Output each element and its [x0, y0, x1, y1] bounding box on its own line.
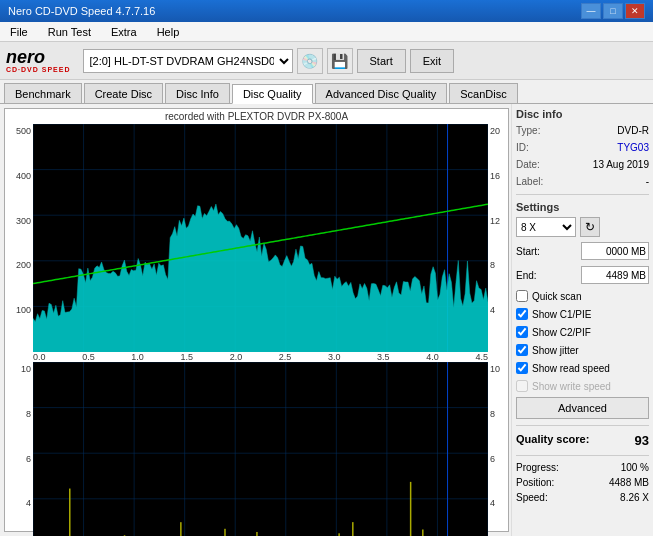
menu-help[interactable]: Help — [151, 24, 186, 40]
tab-scandisc[interactable]: ScanDisc — [449, 83, 517, 103]
end-mb-row: End: — [516, 265, 649, 285]
speed-result-value: 8.26 X — [620, 492, 649, 503]
position-value: 4488 MB — [609, 477, 649, 488]
maximize-button[interactable]: □ — [603, 3, 623, 19]
show-c2pif-checkbox[interactable] — [516, 326, 528, 338]
disc-id-key: ID: — [516, 142, 529, 153]
nero-logo-text: nero — [6, 48, 45, 66]
position-label: Position: — [516, 477, 554, 488]
show-c2pif-label: Show C2/PIF — [532, 327, 591, 338]
drive-select[interactable]: [2:0] HL-DT-ST DVDRAM GH24NSD0 LH00 — [83, 49, 293, 73]
start-button[interactable]: Start — [357, 49, 406, 73]
quick-scan-row: Quick scan — [516, 289, 649, 303]
disc-label-key: Label: — [516, 176, 543, 187]
show-c1pie-row: Show C1/PIE — [516, 307, 649, 321]
toolbar: nero CD·DVD SPEED [2:0] HL-DT-ST DVDRAM … — [0, 42, 653, 80]
titlebar-controls: — □ ✕ — [581, 3, 645, 19]
show-c1pie-label: Show C1/PIE — [532, 309, 591, 320]
show-c1pie-checkbox[interactable] — [516, 308, 528, 320]
disc-label-val: - — [646, 176, 649, 187]
show-read-speed-row: Show read speed — [516, 361, 649, 375]
cdspeed-logo-text: CD·DVD SPEED — [6, 66, 71, 73]
progress-value: 100 % — [621, 462, 649, 473]
bottom-chart-canvas — [33, 362, 488, 536]
tab-create-disc[interactable]: Create Disc — [84, 83, 163, 103]
right-panel: Disc info Type: DVD-R ID: TYG03 Date: 13… — [511, 104, 653, 536]
y-label-500: 500 — [5, 126, 31, 136]
exit-button[interactable]: Exit — [410, 49, 454, 73]
y-label-300: 300 — [5, 216, 31, 226]
disc-info-label: Disc info — [516, 108, 649, 120]
show-jitter-checkbox[interactable] — [516, 344, 528, 356]
refresh-button[interactable]: ↻ — [580, 217, 600, 237]
disc-icon-button[interactable]: 💿 — [297, 48, 323, 74]
settings-label: Settings — [516, 201, 649, 213]
show-read-speed-label: Show read speed — [532, 363, 610, 374]
titlebar-title: Nero CD-DVD Speed 4.7.7.16 — [8, 5, 155, 17]
disc-type-row: Type: DVD-R — [516, 124, 649, 137]
show-read-speed-checkbox[interactable] — [516, 362, 528, 374]
start-mb-row: Start: — [516, 241, 649, 261]
end-mb-input[interactable] — [581, 266, 649, 284]
progress-row: Progress: 100 % — [516, 462, 649, 473]
speed-select[interactable]: 8 X — [516, 217, 576, 237]
disc-date-row: Date: 13 Aug 2019 — [516, 158, 649, 171]
y-right-12: 12 — [490, 216, 508, 226]
divider-1 — [516, 194, 649, 195]
quick-scan-label: Quick scan — [532, 291, 581, 302]
main-content: recorded with PLEXTOR DVDR PX-800A 500 4… — [0, 104, 653, 536]
show-write-speed-row: Show write speed — [516, 379, 649, 393]
start-mb-input[interactable] — [581, 242, 649, 260]
show-write-speed-checkbox[interactable] — [516, 380, 528, 392]
menu-run-test[interactable]: Run Test — [42, 24, 97, 40]
top-chart-canvas — [33, 124, 488, 352]
close-button[interactable]: ✕ — [625, 3, 645, 19]
chart-title: recorded with PLEXTOR DVDR PX-800A — [5, 109, 508, 124]
menubar: File Run Test Extra Help — [0, 22, 653, 42]
disc-type-val: DVD-R — [617, 125, 649, 136]
speed-result-row: Speed: 8.26 X — [516, 492, 649, 503]
speed-result-label: Speed: — [516, 492, 548, 503]
quality-score-label: Quality score: — [516, 433, 589, 448]
titlebar: Nero CD-DVD Speed 4.7.7.16 — □ ✕ — [0, 0, 653, 22]
show-write-speed-label: Show write speed — [532, 381, 611, 392]
y-right-20: 20 — [490, 126, 508, 136]
menu-extra[interactable]: Extra — [105, 24, 143, 40]
start-mb-label: Start: — [516, 246, 540, 257]
y-right-4: 4 — [490, 305, 508, 315]
quick-scan-checkbox[interactable] — [516, 290, 528, 302]
disc-date-key: Date: — [516, 159, 540, 170]
tab-disc-quality[interactable]: Disc Quality — [232, 84, 313, 104]
disc-type-key: Type: — [516, 125, 540, 136]
minimize-button[interactable]: — — [581, 3, 601, 19]
y-right-8: 8 — [490, 260, 508, 270]
divider-2 — [516, 425, 649, 426]
show-jitter-row: Show jitter — [516, 343, 649, 357]
tab-disc-info[interactable]: Disc Info — [165, 83, 230, 103]
tab-advanced-disc-quality[interactable]: Advanced Disc Quality — [315, 83, 448, 103]
chart-area: recorded with PLEXTOR DVDR PX-800A 500 4… — [4, 108, 509, 532]
menu-file[interactable]: File — [4, 24, 34, 40]
show-jitter-label: Show jitter — [532, 345, 579, 356]
advanced-button[interactable]: Advanced — [516, 397, 649, 419]
y-label-200: 200 — [5, 260, 31, 270]
position-row: Position: 4488 MB — [516, 477, 649, 488]
tab-benchmark[interactable]: Benchmark — [4, 83, 82, 103]
quality-score-row: Quality score: 93 — [516, 432, 649, 449]
save-icon-button[interactable]: 💾 — [327, 48, 353, 74]
disc-id-row: ID: TYG03 — [516, 141, 649, 154]
charts-container: 500 400 300 200 100 20 16 12 8 4 — [5, 124, 508, 536]
y-label-400: 400 — [5, 171, 31, 181]
disc-id-val: TYG03 — [617, 142, 649, 153]
speed-row: 8 X ↻ — [516, 217, 649, 237]
disc-date-val: 13 Aug 2019 — [593, 159, 649, 170]
quality-score-value: 93 — [635, 433, 649, 448]
y-right-16: 16 — [490, 171, 508, 181]
tabs: Benchmark Create Disc Disc Info Disc Qua… — [0, 80, 653, 104]
nero-logo: nero CD·DVD SPEED — [6, 48, 71, 73]
progress-label: Progress: — [516, 462, 559, 473]
divider-3 — [516, 455, 649, 456]
y-label-100: 100 — [5, 305, 31, 315]
end-mb-label: End: — [516, 270, 537, 281]
disc-label-row: Label: - — [516, 175, 649, 188]
